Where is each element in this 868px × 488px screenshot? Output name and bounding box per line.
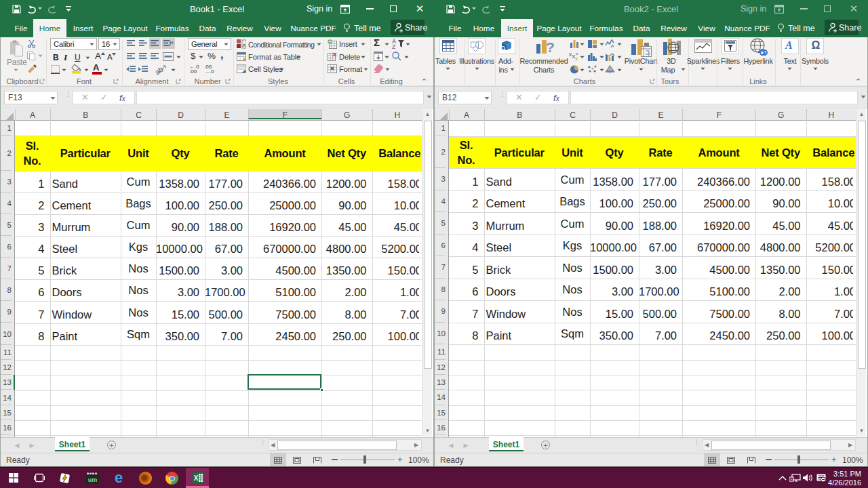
svg-text:um: um <box>88 476 98 483</box>
svg-text:X: X <box>194 474 199 482</box>
